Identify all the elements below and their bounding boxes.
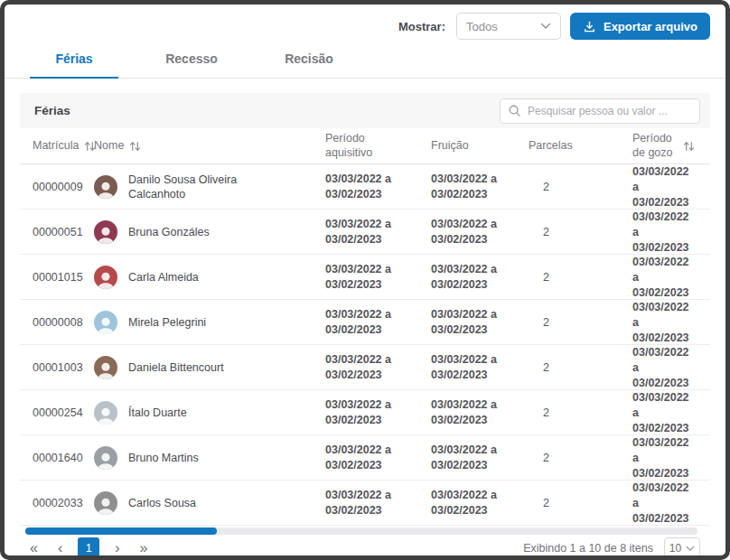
table-footer: « ‹ 1 › » Exibindo 1 a 10 de 8 itens 10 (20, 537, 700, 559)
avatar (94, 175, 117, 199)
employee-name: Ítalo Duarte (128, 406, 187, 420)
column-header-periodo-gozo[interactable]: Período de gozo (632, 132, 697, 160)
search-input[interactable] (528, 105, 692, 117)
name-cell: Mirela Pelegrini (94, 311, 325, 334)
table-header-row: Matrícula Nome Período aquisitivo (20, 128, 710, 164)
matricula-cell: 00001015 (33, 271, 94, 284)
table-row[interactable]: 00000254 Ítalo Duarte 03/03/2022 a 03/02… (20, 390, 710, 435)
items-summary: Exibindo 1 a 10 de 8 itens (523, 542, 653, 555)
avatar (94, 401, 117, 425)
avatar (94, 311, 117, 334)
pagination: « ‹ 1 › » (20, 537, 157, 559)
app-window: Mostrar: Todos Exportar arquivo Férias R… (0, 0, 730, 560)
parcelas-cell: 2 (529, 497, 632, 509)
table-row[interactable]: 00000051 Bruna Gonzáles 03/03/2022 a 03/… (20, 210, 710, 255)
name-cell: Carlos Sousa (94, 491, 325, 515)
search-icon (508, 104, 521, 117)
table-row[interactable]: 00001003 Daniela Bittencourt 03/03/2022 … (20, 345, 710, 390)
last-page-button[interactable]: » (130, 537, 158, 559)
column-header-nome[interactable]: Nome (94, 139, 325, 154)
download-icon (583, 20, 596, 33)
page-size-value: 10 (669, 542, 681, 555)
chevron-down-icon (540, 23, 551, 30)
table-body: 00000009 Danilo Sousa Oliveira Calcanhot… (20, 164, 710, 526)
tab-bar: Férias Recesso Recisão (5, 45, 725, 79)
fruicao-cell: 03/03/2022 a 03/02/2023 (431, 352, 509, 383)
search-box[interactable] (500, 98, 700, 124)
column-header-fruicao: Fruição (431, 139, 529, 154)
matricula-cell: 00002033 (33, 497, 94, 509)
avatar (94, 266, 117, 289)
fruicao-cell: 03/03/2022 a 03/02/2023 (431, 488, 509, 518)
show-filter-label: Mostrar: (398, 20, 445, 33)
export-file-button[interactable]: Exportar arquivo (570, 13, 710, 40)
employee-name: Bruno Martins (128, 451, 199, 465)
table-row[interactable]: 00001015 Carla Almeida 03/03/2022 a 03/0… (20, 255, 710, 300)
previous-page-button[interactable]: ‹ (48, 537, 72, 559)
first-page-button[interactable]: « (20, 537, 48, 559)
name-cell: Bruno Martins (94, 446, 325, 470)
matricula-cell: 00000008 (33, 316, 94, 329)
matricula-cell: 00000009 (33, 181, 94, 193)
column-header-matricula[interactable]: Matrícula (33, 139, 94, 154)
employee-name: Mirela Pelegrini (128, 315, 206, 330)
fruicao-cell: 03/03/2022 a 03/02/2023 (431, 397, 509, 428)
employee-name: Bruna Gonzáles (128, 225, 210, 239)
name-cell: Ítalo Duarte (94, 401, 325, 425)
ferias-table-card: Férias Matrícula N (20, 93, 710, 526)
periodo-gozo-cell: 03/03/2022 a 03/02/2023 (632, 481, 697, 527)
table-row[interactable]: 00000008 Mirela Pelegrini 03/03/2022 a 0… (20, 300, 710, 345)
scrollbar-track (25, 527, 697, 535)
periodo-gozo-cell: 03/03/2022 a 03/02/2023 (632, 390, 697, 436)
employee-name: Carla Almeida (128, 270, 199, 285)
page-size-select[interactable]: 10 (664, 537, 700, 559)
periodo-gozo-cell: 03/03/2022 a 03/02/2023 (632, 210, 697, 256)
current-page-button[interactable]: 1 (78, 537, 99, 559)
parcelas-cell: 2 (529, 452, 632, 464)
top-toolbar: Mostrar: Todos Exportar arquivo (20, 13, 710, 40)
table-row[interactable]: 00002033 Carlos Sousa 03/03/2022 a 03/02… (20, 481, 710, 526)
next-page-button[interactable]: › (105, 537, 129, 559)
fruicao-cell: 03/03/2022 a 03/02/2023 (431, 172, 509, 202)
table-row[interactable]: 00001640 Bruno Martins 03/03/2022 a 03/0… (20, 435, 710, 481)
column-header-parcelas: Parcelas (529, 139, 632, 154)
sort-icon[interactable] (683, 141, 695, 152)
tab-recesso[interactable]: Recesso (147, 45, 236, 78)
scrollbar-thumb[interactable] (25, 527, 217, 535)
tab-recisao[interactable]: Recisão (265, 45, 353, 78)
name-cell: Carla Almeida (94, 266, 325, 289)
periodo-gozo-cell: 03/03/2022 a 03/02/2023 (632, 345, 697, 391)
footer-right: Exibindo 1 a 10 de 8 itens 10 (523, 537, 700, 559)
matricula-cell: 00000254 (33, 406, 94, 419)
avatar (94, 220, 117, 244)
fruicao-cell: 03/03/2022 a 03/02/2023 (431, 262, 509, 293)
avatar (94, 491, 117, 515)
avatar (94, 356, 117, 379)
employee-name: Daniela Bittencourt (128, 360, 224, 375)
name-cell: Bruna Gonzáles (94, 220, 325, 244)
periodo-aquisitivo-cell: 03/03/2022 a 03/02/2023 (325, 443, 403, 473)
table-row[interactable]: 00000009 Danilo Sousa Oliveira Calcanhot… (20, 164, 710, 210)
horizontal-scrollbar (25, 527, 697, 535)
table-title-bar: Férias (20, 93, 710, 128)
periodo-aquisitivo-cell: 03/03/2022 a 03/02/2023 (325, 262, 403, 293)
periodo-aquisitivo-cell: 03/03/2022 a 03/02/2023 (325, 172, 403, 202)
periodo-gozo-cell: 03/03/2022 a 03/02/2023 (632, 164, 697, 210)
employee-name: Carlos Sousa (128, 496, 196, 510)
chevron-down-icon (686, 546, 695, 552)
tab-ferias[interactable]: Férias (30, 45, 118, 78)
export-file-label: Exportar arquivo (604, 20, 697, 33)
name-cell: Danilo Sousa Oliveira Calcanhoto (94, 173, 325, 202)
show-filter-select[interactable]: Todos (456, 13, 561, 40)
sort-icon[interactable] (129, 141, 141, 152)
fruicao-cell: 03/03/2022 a 03/02/2023 (431, 443, 509, 473)
periodo-aquisitivo-cell: 03/03/2022 a 03/02/2023 (325, 352, 403, 383)
employee-name: Danilo Sousa Oliveira Calcanhoto (128, 173, 271, 202)
show-filter-value: Todos (466, 20, 498, 33)
matricula-cell: 00001003 (33, 361, 94, 374)
parcelas-cell: 2 (529, 316, 632, 329)
periodo-aquisitivo-cell: 03/03/2022 a 03/02/2023 (325, 307, 403, 338)
avatar (94, 446, 117, 470)
periodo-gozo-cell: 03/03/2022 a 03/02/2023 (632, 255, 697, 301)
periodo-gozo-cell: 03/03/2022 a 03/02/2023 (632, 300, 697, 346)
